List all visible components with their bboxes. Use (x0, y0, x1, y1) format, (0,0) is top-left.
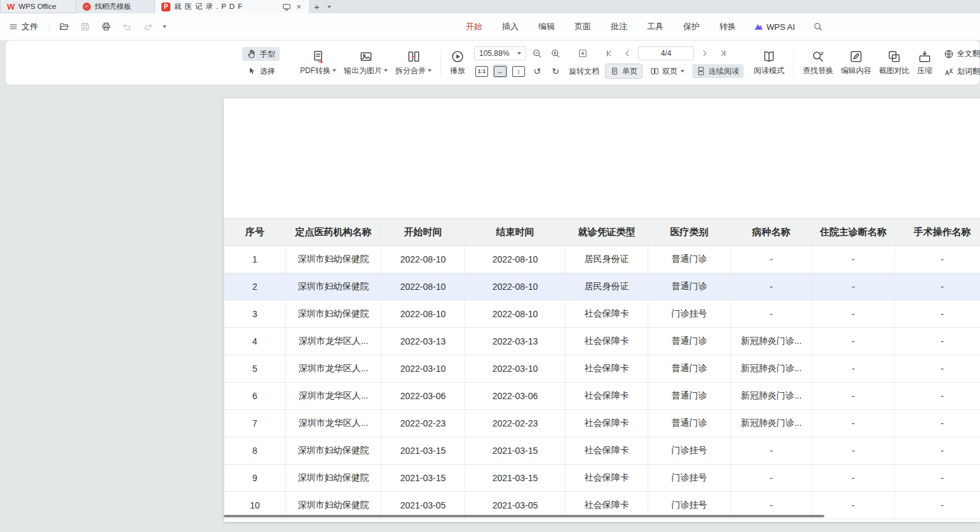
table-cell: 居民身份证 (566, 246, 648, 273)
tab-docer-template[interactable]: 找稻壳模板 (76, 0, 155, 13)
next-page-icon (700, 49, 709, 58)
table-cell: - (812, 328, 895, 355)
table-cell: 2022-03-13 (465, 328, 566, 355)
zoom-level-select[interactable]: 105.88% (474, 46, 526, 60)
window-tab-bar: W WPS Office 找稻壳模板 P 就医记录.PDF × + (0, 0, 980, 13)
file-menu-button[interactable]: 文件 (6, 19, 41, 34)
close-tab-icon[interactable]: × (295, 3, 303, 11)
table-cell: 3 (224, 301, 286, 328)
table-cell: - (895, 465, 980, 492)
table-row[interactable]: 1深圳市妇幼保健院2022-08-102022-08-10居民身份证普通门诊--… (224, 246, 980, 273)
last-page-button[interactable] (716, 46, 731, 60)
table-row[interactable]: 6深圳市龙华区人...2022-03-062022-03-06社会保障卡普通门诊… (224, 383, 980, 410)
compress-icon (918, 50, 932, 64)
hand-tool-label: 手型 (260, 49, 275, 60)
full-translate-button[interactable]: 全文翻译 (940, 46, 980, 61)
wps-ai-button[interactable]: WPS AI (754, 22, 795, 32)
document-tab-title: 就医记录.PDF (174, 2, 245, 11)
table-header-cell: 医疗类别 (648, 218, 731, 246)
double-page-button[interactable]: 双页 (646, 64, 689, 78)
zoom-nav-row: 105.88% 4/4 (474, 46, 744, 60)
export-image-icon (359, 50, 373, 64)
double-page-label: 双页 (662, 66, 677, 77)
table-cell: 深圳市龙华区人... (286, 355, 381, 383)
docer-logo-icon (83, 3, 91, 11)
chevron-down-icon (428, 69, 432, 72)
fit-page-button[interactable]: ↕ (511, 64, 526, 78)
horizontal-scrollbar-thumb[interactable] (224, 515, 824, 517)
ribbon-tab-工具[interactable]: 工具 (647, 21, 664, 32)
play-button[interactable]: 播放 (446, 47, 469, 79)
first-page-button[interactable] (601, 46, 616, 60)
table-row[interactable]: 9深圳市妇幼保健院2021-03-152021-03-15社会保障卡门诊挂号--… (224, 465, 980, 492)
ribbon-tab-页面[interactable]: 页面 (575, 21, 591, 32)
table-cell: 门诊挂号 (648, 301, 731, 328)
split-merge-button[interactable]: 拆分合并 (391, 47, 435, 79)
table-row[interactable]: 2深圳市妇幼保健院2022-08-102022-08-10居民身份证普通门诊--… (224, 273, 980, 301)
ribbon-tab-保护[interactable]: 保护 (683, 21, 700, 32)
read-mode-button[interactable]: 阅读模式 (750, 47, 788, 79)
next-page-button[interactable] (697, 46, 712, 60)
table-cell: 社会保障卡 (566, 355, 648, 383)
ribbon: 开始插入编辑页面批注工具保护转换 WPS AI (466, 13, 823, 40)
screenshot-compare-button[interactable]: 截图对比 (875, 47, 913, 79)
ribbon-tab-插入[interactable]: 插入 (502, 21, 519, 32)
undo-button[interactable] (121, 20, 133, 33)
redo-button[interactable] (142, 20, 154, 33)
tab-wps-home[interactable]: W WPS Office (0, 0, 76, 13)
table-header-cell: 定点医药机构名称 (286, 218, 381, 246)
tab-label: 找稻壳模板 (95, 2, 132, 11)
zoom-in-button[interactable] (548, 46, 563, 60)
edit-content-button[interactable]: 编辑内容 (837, 47, 875, 79)
continuous-read-button[interactable]: 连续阅读 (692, 64, 744, 78)
rotate-right-button[interactable]: ↻ (548, 64, 563, 78)
single-page-button[interactable]: 单页 (605, 64, 643, 79)
book-open-icon (762, 50, 776, 64)
ribbon-tab-开始[interactable]: 开始 (466, 21, 482, 32)
compress-button[interactable]: 压缩 (913, 47, 936, 79)
actual-size-button[interactable]: 1:1 (474, 64, 489, 78)
select-tool-button[interactable]: 选择 (242, 64, 280, 78)
save-button[interactable] (79, 20, 92, 33)
previous-page-button[interactable] (620, 46, 635, 60)
word-translate-button[interactable]: 划词翻译 (940, 64, 980, 79)
chevron-down-icon (681, 70, 684, 72)
rotate-left-button[interactable]: ↺ (529, 64, 545, 78)
pdf-convert-button[interactable]: PDF转换 (296, 47, 340, 79)
search-icon[interactable] (813, 22, 823, 32)
print-button[interactable] (100, 20, 112, 33)
table-row[interactable]: 5深圳市龙华区人...2022-03-102022-03-10社会保障卡普通门诊… (224, 355, 980, 383)
table-cell: - (812, 383, 895, 410)
table-cell: - (812, 355, 895, 383)
marquee-zoom-button[interactable] (575, 46, 590, 60)
find-replace-button[interactable]: 查找替换 (799, 47, 837, 79)
export-image-button[interactable]: 输出为图片 (340, 47, 391, 79)
table-row[interactable]: 4深圳市龙华区人...2022-03-132022-03-13社会保障卡普通门诊… (224, 328, 980, 355)
table-cell: 2022-03-06 (381, 383, 465, 410)
page-number-input[interactable]: 4/4 (638, 46, 694, 60)
table-row[interactable]: 7深圳市龙华区人...2022-02-232022-02-23社会保障卡普通门诊… (224, 410, 980, 437)
rotate-document-button[interactable]: 旋转文档 (566, 65, 602, 78)
table-cell: 9 (224, 465, 286, 492)
open-file-button[interactable] (58, 20, 71, 33)
hand-tool-button[interactable]: 手型 (242, 47, 280, 61)
undo-history-chevron-icon[interactable] (163, 25, 167, 28)
table-cell: 2022-03-13 (381, 328, 465, 355)
document-viewport[interactable]: 序号定点医药机构名称开始时间结束时间就诊凭证类型医疗类别病种名称住院主诊断名称手… (0, 86, 980, 532)
table-row[interactable]: 8深圳市妇幼保健院2021-03-152021-03-15社会保障卡门诊挂号--… (224, 437, 980, 465)
ribbon-tab-转换[interactable]: 转换 (719, 21, 736, 32)
globe-translate-icon (944, 49, 954, 59)
fit-width-button[interactable]: ↔ (493, 64, 508, 78)
toolbar: 手型 选择 PDF转换 输出为图片 拆分合并 播放 105.88% (5, 40, 980, 85)
tab-list-chevron-icon[interactable] (327, 6, 331, 8)
tab-document-active[interactable]: P 就医记录.PDF × (155, 0, 309, 13)
zoom-out-button[interactable] (529, 46, 545, 60)
new-tab-button[interactable]: + (309, 0, 325, 13)
ribbon-tab-批注[interactable]: 批注 (611, 21, 627, 32)
table-row[interactable]: 3深圳市妇幼保健院2022-08-102022-08-10社会保障卡门诊挂号--… (224, 301, 980, 328)
divider (49, 22, 50, 32)
table-cell: - (731, 465, 812, 492)
screenshot-compare-label: 截图对比 (879, 65, 909, 76)
ribbon-tab-编辑[interactable]: 编辑 (538, 21, 555, 32)
quick-access-toolbar: 文件 (6, 13, 167, 40)
